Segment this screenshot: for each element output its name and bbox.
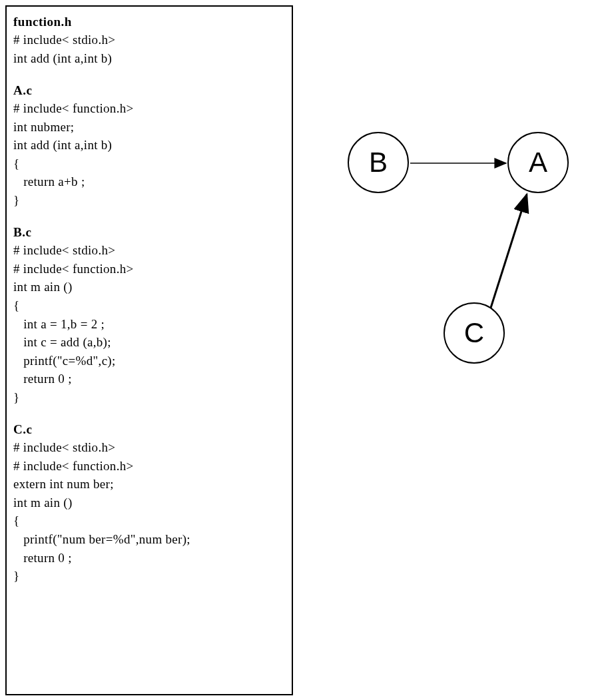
code-line: int m ain () [13,494,285,512]
file-function-h: function.h # include< stdio.h> int add (… [13,15,285,67]
file-title: C.c [13,422,285,437]
code-line: { [13,155,285,173]
code-line: int add (int a,int b) [13,136,285,155]
code-line: # include< function.h> [13,260,285,278]
node-label: C [464,317,484,349]
graph-node-c: C [444,302,505,364]
file-title: B.c [13,225,285,240]
graph-node-b: B [348,132,409,193]
edge-c-to-a [491,194,527,308]
code-line: # include< stdio.h> [13,31,285,49]
dependency-graph: B A C [320,127,599,406]
code-line: int add (int a,int b) [13,49,285,68]
node-label: A [529,147,547,178]
code-line: return 0 ; [13,549,285,567]
code-line: # include< stdio.h> [13,438,285,457]
code-line: # include< stdio.h> [13,241,285,260]
code-line: # include< function.h> [13,457,285,476]
file-title: function.h [13,15,285,29]
code-line: } [13,567,285,585]
code-line: return a+b ; [13,173,285,191]
code-line: int a = 1,b = 2 ; [13,315,285,334]
node-label: B [369,147,388,178]
file-c-c: C.c # include< stdio.h> # include< funct… [13,422,285,585]
code-line: printf("num ber=%d",num ber); [13,530,285,549]
code-line: { [13,512,285,530]
code-line: printf("c=%d",c); [13,352,285,370]
graph-node-a: A [507,132,569,193]
code-box: function.h # include< stdio.h> int add (… [5,5,293,695]
code-line: # include< function.h> [13,99,285,118]
code-line: int nubmer; [13,118,285,137]
file-a-c: A.c # include< function.h> int nubmer; i… [13,83,285,209]
code-line: } [13,191,285,210]
code-line: int c = add (a,b); [13,333,285,352]
code-line: int m ain () [13,278,285,296]
file-title: A.c [13,83,285,98]
code-line: return 0 ; [13,370,285,388]
file-b-c: B.c # include< stdio.h> # include< funct… [13,225,285,406]
code-line: extern int num ber; [13,475,285,494]
code-line: } [13,388,285,407]
code-line: { [13,296,285,315]
